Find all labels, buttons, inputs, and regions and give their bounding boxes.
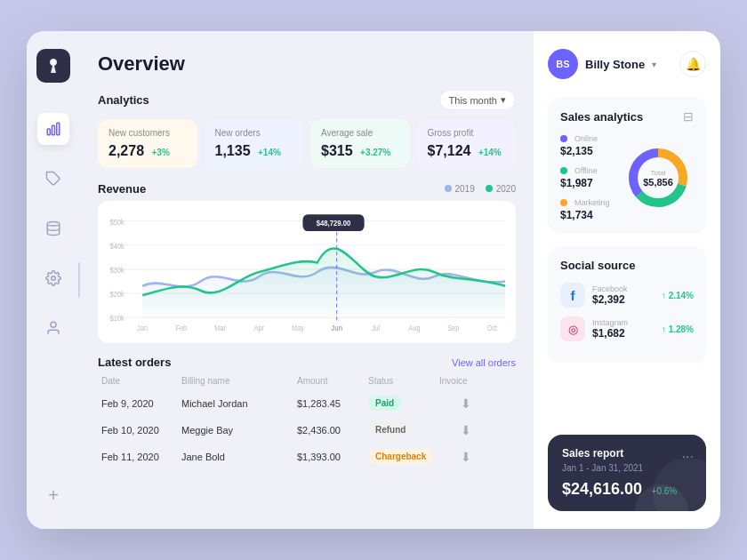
user-info: BS Billy Stone ▾ — [548, 49, 656, 79]
donut-center: Total $5,856 — [643, 169, 673, 188]
notification-bell-icon[interactable]: 🔔 — [679, 51, 706, 77]
card-label: New customers — [108, 128, 187, 138]
social-source-title: Social source — [560, 259, 694, 272]
table-row: Feb 11, 2020 Jane Bold $1,393.00 Chargeb… — [98, 443, 516, 469]
social-source-card: Social source f Facebook $2,392 ↑ 2.14% … — [548, 246, 706, 363]
view-all-link[interactable]: View all orders — [452, 357, 516, 368]
sales-analytics-card: Sales analytics ⊟ Online $2,135 — [548, 97, 706, 234]
svg-text:Apr: Apr — [254, 324, 265, 332]
card-value: 1,135 +14% — [215, 143, 293, 159]
chevron-down-icon[interactable]: ▾ — [652, 60, 656, 69]
filter-icon[interactable]: ⊟ — [683, 109, 694, 124]
svg-rect-1 — [47, 129, 50, 135]
card-new-customers: New customers 2,278 +3% — [98, 119, 197, 168]
sales-report-card: ... Sales report Jan 1 - Jan 31, 2021 $2… — [548, 435, 706, 511]
instagram-change: ↑ 1.28% — [662, 324, 694, 334]
chart-legend: 2019 2020 — [445, 184, 517, 194]
legend-online: Online $2,135 — [560, 134, 614, 157]
svg-text:Aug: Aug — [409, 324, 421, 332]
main-content: Overview Analytics This month ▾ New cust… — [80, 31, 534, 529]
revenue-label: Revenue — [98, 182, 146, 196]
svg-text:$50k: $50k — [110, 218, 124, 227]
marketing-dot — [560, 199, 567, 206]
svg-text:$30k: $30k — [110, 267, 124, 276]
svg-text:Jun: Jun — [331, 324, 342, 332]
card-new-orders: New orders 1,135 +14% — [205, 119, 304, 168]
svg-text:$40k: $40k — [110, 242, 124, 251]
report-value: $24,616.00 — [562, 480, 642, 498]
sales-analytics-header: Sales analytics ⊟ — [560, 109, 694, 124]
month-selector[interactable]: This month ▾ — [439, 90, 516, 110]
sidebar-divider — [78, 262, 80, 298]
avatar: BS — [548, 49, 578, 79]
svg-point-0 — [52, 60, 56, 65]
card-gross-profit: Gross profit $7,124 +14% — [417, 119, 517, 168]
user-header: BS Billy Stone ▾ 🔔 — [548, 49, 706, 79]
svg-point-7 — [51, 322, 56, 327]
legend-offline: Offline $1,987 — [560, 166, 614, 189]
svg-text:Jan: Jan — [137, 324, 148, 332]
download-icon[interactable]: ⬇ — [439, 396, 493, 411]
instagram-icon: ◎ — [560, 316, 585, 341]
svg-text:Feb: Feb — [176, 324, 188, 332]
card-value: $315 +3.27% — [321, 143, 399, 159]
page-title: Overview — [98, 52, 516, 76]
svg-rect-3 — [57, 123, 60, 135]
sidebar-item-profile[interactable] — [37, 312, 69, 344]
facebook-info: Facebook $2,392 — [592, 284, 655, 306]
sidebar-item-settings[interactable] — [37, 262, 69, 294]
sales-legend: Online $2,135 Offline $1,987 — [560, 134, 614, 221]
facebook-change: ↑ 2.14% — [662, 291, 694, 300]
analytics-header: Analytics This month ▾ — [98, 90, 516, 110]
status-badge: Refund — [368, 422, 413, 437]
online-dot — [560, 135, 567, 142]
download-icon[interactable]: ⬇ — [439, 423, 493, 437]
svg-text:Sep: Sep — [447, 324, 460, 332]
svg-text:Mar: Mar — [214, 324, 226, 332]
legend-2020: 2020 — [486, 184, 516, 194]
analytics-label: Analytics — [98, 93, 149, 107]
table-header: Date Billing name Amount Status Invoice — [98, 376, 516, 386]
logo[interactable] — [36, 49, 70, 83]
sidebar-nav — [37, 113, 69, 458]
orders-header: Latest orders View all orders — [98, 356, 516, 369]
sidebar-item-sales[interactable] — [37, 163, 69, 195]
svg-text:$20k: $20k — [110, 291, 124, 300]
revenue-header: Revenue 2019 2020 — [98, 182, 516, 196]
donut-chart: Total $5,856 — [622, 142, 694, 213]
status-badge: Chargeback — [368, 449, 433, 464]
revenue-section: Revenue 2019 2020 $50k $40k $30 — [98, 182, 516, 343]
facebook-icon: f — [560, 283, 585, 308]
social-item-facebook: f Facebook $2,392 ↑ 2.14% — [560, 283, 694, 308]
svg-text:Jul: Jul — [372, 324, 381, 332]
card-average-sale: Average sale $315 +3.27% — [310, 119, 410, 168]
right-panel: BS Billy Stone ▾ 🔔 Sales analytics ⊟ Onl… — [534, 31, 720, 529]
table-row: Feb 9, 2020 Michael Jordan $1,283.45 Pai… — [98, 389, 516, 416]
sales-analytics-title: Sales analytics — [560, 110, 643, 124]
sidebar-add[interactable]: + — [37, 479, 69, 511]
orders-table: Date Billing name Amount Status Invoice … — [98, 376, 516, 469]
sidebar: + — [27, 31, 80, 529]
user-name: Billy Stone — [585, 58, 645, 71]
download-icon[interactable]: ⬇ — [439, 450, 493, 464]
sales-content: Online $2,135 Offline $1,987 — [560, 134, 694, 221]
legend-marketing: Marketing $1,734 — [560, 198, 614, 221]
sidebar-item-analytics[interactable] — [37, 113, 69, 145]
legend-2019: 2019 — [445, 184, 475, 194]
svg-rect-2 — [52, 125, 55, 135]
card-label: New orders — [215, 128, 293, 138]
analytics-cards: New customers 2,278 +3% New orders 1,135… — [98, 119, 516, 168]
svg-text:$10k: $10k — [110, 315, 124, 324]
social-item-instagram: ◎ Instagram $1,682 ↑ 1.28% — [560, 316, 694, 341]
svg-text:Oct: Oct — [487, 324, 498, 332]
sidebar-item-database[interactable] — [37, 212, 69, 244]
svg-text:May: May — [292, 324, 304, 332]
orders-label: Latest orders — [98, 356, 171, 369]
table-row: Feb 10, 2020 Meggie Bay $2,436.00 Refund… — [98, 416, 516, 443]
status-badge: Paid — [368, 396, 401, 411]
card-label: Gross profit — [428, 128, 506, 138]
card-label: Average sale — [321, 128, 399, 138]
report-title: Sales report — [562, 447, 692, 460]
card-value: $7,124 +14% — [428, 143, 506, 159]
chevron-down-icon: ▾ — [501, 94, 506, 106]
